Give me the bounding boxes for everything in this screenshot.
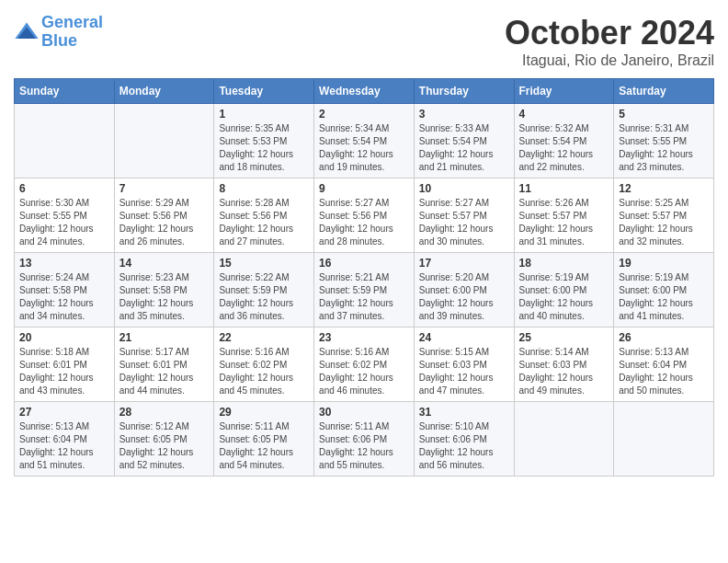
sunrise-text: Sunrise: 5:26 AM — [519, 198, 589, 208]
sunrise-text: Sunrise: 5:16 AM — [219, 347, 289, 357]
sunrise-text: Sunrise: 5:11 AM — [319, 421, 389, 431]
sunset-text: Sunset: 6:02 PM — [219, 360, 287, 370]
sunset-text: Sunset: 5:56 PM — [319, 211, 387, 221]
table-row: 11 Sunrise: 5:26 AM Sunset: 5:57 PM Dayl… — [514, 178, 614, 253]
sunrise-text: Sunrise: 5:31 AM — [619, 123, 688, 133]
sunset-text: Sunset: 5:56 PM — [119, 211, 188, 221]
daylight-text: Daylight: 12 hours and 19 minutes. — [319, 149, 393, 172]
sunrise-text: Sunrise: 5:34 AM — [319, 123, 389, 133]
sunset-text: Sunset: 6:00 PM — [519, 285, 587, 295]
table-row: 26 Sunrise: 5:13 AM Sunset: 6:04 PM Dayl… — [614, 327, 714, 402]
day-number: 18 — [519, 257, 609, 270]
day-info: Sunrise: 5:14 AM Sunset: 6:03 PM Dayligh… — [519, 346, 609, 397]
sunset-text: Sunset: 6:03 PM — [519, 360, 587, 370]
table-row: 9 Sunrise: 5:27 AM Sunset: 5:56 PM Dayli… — [314, 178, 415, 253]
daylight-text: Daylight: 12 hours and 24 minutes. — [19, 224, 94, 247]
daylight-text: Daylight: 12 hours and 54 minutes. — [219, 447, 293, 470]
day-info: Sunrise: 5:17 AM Sunset: 6:01 PM Dayligh… — [119, 346, 210, 397]
sunrise-text: Sunrise: 5:13 AM — [19, 421, 89, 431]
calendar-body: 1 Sunrise: 5:35 AM Sunset: 5:53 PM Dayli… — [15, 104, 714, 477]
day-number: 1 — [219, 108, 309, 121]
daylight-text: Daylight: 12 hours and 56 minutes. — [419, 447, 494, 470]
table-row: 10 Sunrise: 5:27 AM Sunset: 5:57 PM Dayl… — [414, 178, 514, 253]
daylight-text: Daylight: 12 hours and 18 minutes. — [219, 149, 293, 172]
day-info: Sunrise: 5:34 AM Sunset: 5:54 PM Dayligh… — [319, 122, 409, 174]
day-number: 8 — [219, 182, 309, 195]
day-info: Sunrise: 5:13 AM Sunset: 6:04 PM Dayligh… — [19, 420, 109, 472]
sunrise-text: Sunrise: 5:30 AM — [19, 198, 89, 208]
daylight-text: Daylight: 12 hours and 27 minutes. — [219, 224, 293, 247]
sunset-text: Sunset: 6:01 PM — [19, 360, 87, 370]
sunset-text: Sunset: 6:00 PM — [619, 285, 687, 295]
day-info: Sunrise: 5:26 AM Sunset: 5:57 PM Dayligh… — [519, 197, 609, 248]
table-row: 12 Sunrise: 5:25 AM Sunset: 5:57 PM Dayl… — [614, 178, 714, 253]
day-number: 29 — [219, 406, 309, 419]
page-header: General Blue October 2024 Itaguai, Rio d… — [14, 14, 714, 69]
day-info: Sunrise: 5:11 AM Sunset: 6:06 PM Dayligh… — [319, 420, 409, 472]
daylight-text: Daylight: 12 hours and 30 minutes. — [419, 224, 494, 247]
table-row: 27 Sunrise: 5:13 AM Sunset: 6:04 PM Dayl… — [15, 402, 115, 477]
table-row: 18 Sunrise: 5:19 AM Sunset: 6:00 PM Dayl… — [514, 253, 614, 327]
day-number: 15 — [219, 257, 309, 270]
table-row: 8 Sunrise: 5:28 AM Sunset: 5:56 PM Dayli… — [214, 178, 314, 253]
table-row: 3 Sunrise: 5:33 AM Sunset: 5:54 PM Dayli… — [414, 104, 514, 178]
table-row: 29 Sunrise: 5:11 AM Sunset: 6:05 PM Dayl… — [214, 402, 314, 477]
sunrise-text: Sunrise: 5:24 AM — [19, 272, 89, 282]
daylight-text: Daylight: 12 hours and 46 minutes. — [319, 373, 393, 396]
day-info: Sunrise: 5:32 AM Sunset: 5:54 PM Dayligh… — [519, 122, 609, 174]
day-info: Sunrise: 5:28 AM Sunset: 5:56 PM Dayligh… — [219, 197, 309, 248]
day-info: Sunrise: 5:15 AM Sunset: 6:03 PM Dayligh… — [419, 346, 509, 397]
sunset-text: Sunset: 5:57 PM — [519, 211, 587, 221]
day-number: 9 — [319, 182, 409, 195]
sunrise-text: Sunrise: 5:18 AM — [19, 347, 89, 357]
sunset-text: Sunset: 5:58 PM — [19, 285, 87, 295]
daylight-text: Daylight: 12 hours and 41 minutes. — [619, 298, 693, 321]
table-row: 25 Sunrise: 5:14 AM Sunset: 6:03 PM Dayl… — [514, 327, 614, 402]
table-row: 23 Sunrise: 5:16 AM Sunset: 6:02 PM Dayl… — [314, 327, 415, 402]
table-row: 20 Sunrise: 5:18 AM Sunset: 6:01 PM Dayl… — [15, 327, 115, 402]
calendar-week-4: 27 Sunrise: 5:13 AM Sunset: 6:04 PM Dayl… — [15, 402, 714, 477]
day-info: Sunrise: 5:13 AM Sunset: 6:04 PM Dayligh… — [619, 346, 709, 397]
daylight-text: Daylight: 12 hours and 40 minutes. — [519, 298, 594, 321]
day-info: Sunrise: 5:30 AM Sunset: 5:55 PM Dayligh… — [19, 197, 109, 248]
daylight-text: Daylight: 12 hours and 50 minutes. — [619, 373, 693, 396]
sunrise-text: Sunrise: 5:25 AM — [619, 198, 688, 208]
table-row: 7 Sunrise: 5:29 AM Sunset: 5:56 PM Dayli… — [114, 178, 214, 253]
daylight-text: Daylight: 12 hours and 39 minutes. — [419, 298, 494, 321]
day-number: 11 — [519, 182, 609, 195]
day-number: 12 — [619, 182, 709, 195]
day-info: Sunrise: 5:16 AM Sunset: 6:02 PM Dayligh… — [319, 346, 409, 397]
sunrise-text: Sunrise: 5:27 AM — [319, 198, 389, 208]
day-info: Sunrise: 5:25 AM Sunset: 5:57 PM Dayligh… — [619, 197, 709, 248]
day-info: Sunrise: 5:11 AM Sunset: 6:05 PM Dayligh… — [219, 420, 309, 472]
daylight-text: Daylight: 12 hours and 32 minutes. — [619, 224, 693, 247]
sunrise-text: Sunrise: 5:20 AM — [419, 272, 489, 282]
table-row: 4 Sunrise: 5:32 AM Sunset: 5:54 PM Dayli… — [514, 104, 614, 178]
table-row: 28 Sunrise: 5:12 AM Sunset: 6:05 PM Dayl… — [114, 402, 214, 477]
day-number: 20 — [19, 331, 109, 344]
day-number: 25 — [519, 331, 609, 344]
table-row — [614, 402, 714, 477]
sunset-text: Sunset: 6:01 PM — [119, 360, 188, 370]
day-number: 3 — [419, 108, 509, 121]
day-info: Sunrise: 5:12 AM Sunset: 6:05 PM Dayligh… — [119, 420, 210, 472]
calendar-week-0: 1 Sunrise: 5:35 AM Sunset: 5:53 PM Dayli… — [15, 104, 714, 178]
day-info: Sunrise: 5:18 AM Sunset: 6:01 PM Dayligh… — [19, 346, 109, 397]
daylight-text: Daylight: 12 hours and 45 minutes. — [219, 373, 293, 396]
sunset-text: Sunset: 5:58 PM — [119, 285, 188, 295]
sunset-text: Sunset: 6:02 PM — [319, 360, 387, 370]
day-info: Sunrise: 5:27 AM Sunset: 5:56 PM Dayligh… — [319, 197, 409, 248]
header-sunday: Sunday — [15, 79, 115, 104]
daylight-text: Daylight: 12 hours and 37 minutes. — [319, 298, 393, 321]
day-number: 17 — [419, 257, 509, 270]
day-info: Sunrise: 5:31 AM Sunset: 5:55 PM Dayligh… — [619, 122, 709, 174]
sunrise-text: Sunrise: 5:16 AM — [319, 347, 389, 357]
day-number: 27 — [19, 406, 109, 419]
sunrise-text: Sunrise: 5:11 AM — [219, 421, 289, 431]
day-info: Sunrise: 5:20 AM Sunset: 6:00 PM Dayligh… — [419, 271, 509, 323]
daylight-text: Daylight: 12 hours and 26 minutes. — [119, 224, 194, 247]
day-number: 21 — [119, 331, 210, 344]
daylight-text: Daylight: 12 hours and 36 minutes. — [219, 298, 293, 321]
daylight-text: Daylight: 12 hours and 22 minutes. — [519, 149, 594, 172]
day-info: Sunrise: 5:10 AM Sunset: 6:06 PM Dayligh… — [419, 420, 509, 472]
